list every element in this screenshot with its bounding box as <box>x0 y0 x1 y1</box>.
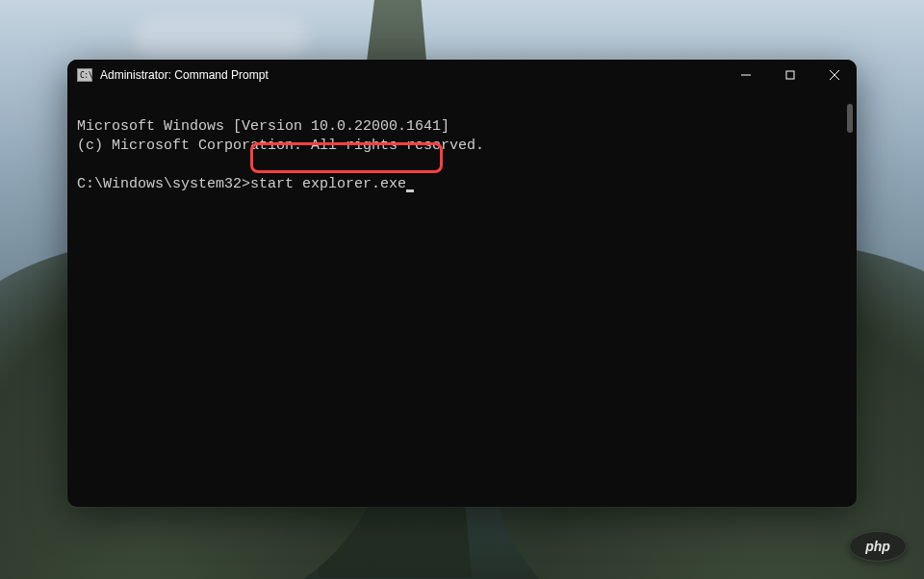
wallpaper-cloud <box>135 19 308 58</box>
typed-command: start explorer.exe <box>250 176 406 192</box>
output-copyright-line: (c) Microsoft Corporation. All rights re… <box>77 138 484 154</box>
maximize-button[interactable] <box>768 60 812 90</box>
titlebar[interactable]: C:\ Administrator: Command Prompt <box>67 60 857 90</box>
window-controls <box>724 60 857 90</box>
terminal-output[interactable]: Microsoft Windows [Version 10.0.22000.16… <box>67 90 857 507</box>
php-watermark: php <box>849 531 907 562</box>
svg-rect-1 <box>786 71 794 79</box>
scrollbar-thumb[interactable] <box>847 104 853 133</box>
window-title: Administrator: Command Prompt <box>100 68 269 82</box>
command-prompt-window: C:\ Administrator: Command Prompt Micros… <box>67 60 857 507</box>
cursor <box>406 189 414 192</box>
close-button[interactable] <box>812 60 857 90</box>
prompt-path: C:\Windows\system32> <box>77 176 250 192</box>
cmd-icon: C:\ <box>77 68 92 82</box>
prompt-line: C:\Windows\system32>start explorer.exe <box>77 176 414 192</box>
output-version-line: Microsoft Windows [Version 10.0.22000.16… <box>77 118 449 135</box>
minimize-button[interactable] <box>724 60 768 90</box>
